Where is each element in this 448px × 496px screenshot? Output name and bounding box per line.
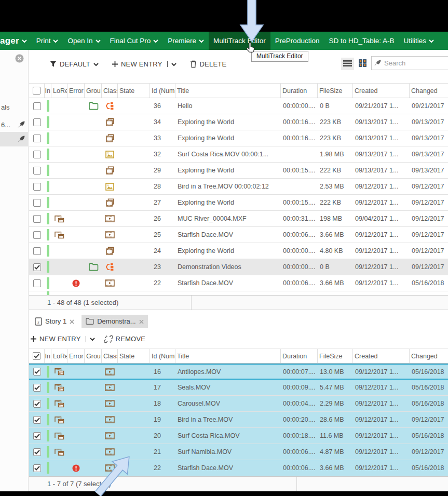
table-row[interactable]: 29Exploring the World00:00:15....222 KB0… <box>29 163 448 179</box>
list-view-button[interactable] <box>341 58 354 70</box>
in-cell <box>45 179 51 194</box>
row-checkbox[interactable] <box>33 263 41 271</box>
changed-cell: 09/12/2017 <box>410 179 448 194</box>
table-row[interactable]: 32Surf Costa Rica.MOV 00:00:1...1.98 MB0… <box>29 146 448 163</box>
column-header: Class <box>102 349 118 363</box>
column-header: In <box>45 349 51 363</box>
table-row[interactable]: 20Surf Costa Rica.MOV00:00:18....11.6 MB… <box>29 428 448 444</box>
row-checkbox[interactable] <box>33 384 41 392</box>
menu-item-preproduction[interactable]: PreProduction <box>270 32 324 50</box>
remove-button[interactable]: REMOVE <box>104 335 146 343</box>
error-cell <box>67 259 85 275</box>
edl-icon <box>105 102 114 110</box>
changed-cell: 05/16/2018 <box>410 275 448 291</box>
row-checkbox[interactable] <box>33 167 41 175</box>
row-checkbox[interactable] <box>33 247 41 255</box>
row-checkbox[interactable] <box>33 199 41 207</box>
grid-view-button[interactable] <box>357 57 369 70</box>
table-row[interactable]: 34Exploring the World00:00:16....223 KB0… <box>29 114 448 130</box>
table-row[interactable]: 36Hello00:00:00....0 B09/21/2017 1...09/… <box>29 98 448 114</box>
class-cell <box>102 146 118 162</box>
menu-item-sd-to-hd-table-a-b[interactable]: SD to HD_Table: A-B <box>324 32 399 50</box>
title-cell: Bird in a Tree.MOV <box>175 412 281 427</box>
class-cell <box>102 275 118 291</box>
row-checkbox[interactable] <box>33 352 40 360</box>
menu-item-print[interactable]: Print <box>32 32 63 50</box>
duration-cell: 00:00:20.... <box>281 412 318 427</box>
row-checkbox[interactable] <box>33 87 40 95</box>
row-checkbox[interactable] <box>33 102 41 110</box>
row-checkbox[interactable] <box>33 183 41 191</box>
menu-item-premiere[interactable]: Premiere <box>163 32 209 50</box>
table-row[interactable]: 27Exploring the World00:00:15....222 KB0… <box>29 195 448 211</box>
tab-story-1[interactable]: sStory 1 <box>31 315 78 328</box>
sidebar-close-icon[interactable] <box>15 54 24 63</box>
title-cell: Carousel.MOV <box>175 396 281 411</box>
class-cell <box>102 259 118 275</box>
changed-cell: 09/13/2017 <box>410 130 448 146</box>
row-checkbox[interactable] <box>33 279 41 287</box>
row-checkbox[interactable] <box>33 400 41 408</box>
table-row[interactable]: 25Starfish Dace.MOV00:00:06....3.66 MB09… <box>29 227 448 243</box>
checkbox-cell <box>29 211 45 226</box>
menu-item-final-cut-pro[interactable]: Final Cut Pro <box>105 32 164 50</box>
lores-cell <box>51 114 67 130</box>
table-row[interactable]: 21Surf Namibia.MOV00:00:06....4.87 MB09/… <box>29 444 448 460</box>
tab-bar: sStory 1Demonstra... <box>29 313 448 329</box>
checkbox-cell <box>29 396 45 411</box>
column-header: Changed <box>410 349 448 363</box>
sidebar-item[interactable]: 6... <box>0 117 29 132</box>
duration-cell: 00:00:15.... <box>281 195 318 210</box>
upper-table-header: InLoReErrorGrouClassStateId (NumbTitleDu… <box>29 83 448 98</box>
row-checkbox[interactable] <box>33 448 41 456</box>
menu-item-open-in[interactable]: Open In <box>63 32 105 50</box>
filter-default-label: DEFAULT <box>60 60 90 68</box>
row-checkbox[interactable] <box>33 464 41 472</box>
row-checkbox[interactable] <box>33 416 41 424</box>
table-row[interactable]: 19Bird in a Tree.MOV00:00:20....28.6 MB0… <box>29 412 448 428</box>
filesize-cell: 223 KB <box>318 114 353 130</box>
sidebar-item[interactable]: als <box>0 100 29 114</box>
in-cell <box>45 98 51 114</box>
lores-cell <box>51 460 67 476</box>
row-checkbox[interactable] <box>33 135 41 142</box>
delete-button[interactable]: DELETE <box>190 60 227 68</box>
sidebar-item[interactable] <box>0 132 29 146</box>
tab-demonstra-[interactable]: Demonstra... <box>82 315 147 328</box>
table-row[interactable]: 24Exploring the World00:00:00....4.80 KB… <box>29 243 448 259</box>
checkbox-cell <box>29 291 45 295</box>
table-row[interactable]: 17Seals.MOV00:00:09....5.47 MB09/12/2017… <box>29 380 448 396</box>
table-row[interactable]: 22Starfish Dace.MOV00:00:06....3.66 MB09… <box>29 460 448 476</box>
new-entry-button-lower[interactable]: NEW ENTRY <box>31 335 95 343</box>
menu-item-ager[interactable]: ager <box>0 32 32 50</box>
new-entry-button[interactable]: NEW ENTRY <box>112 60 177 68</box>
filesize-cell: 3.66 MB <box>318 460 353 476</box>
row-checkbox[interactable] <box>33 231 41 239</box>
class-cell <box>102 380 118 395</box>
search-input[interactable] <box>384 59 441 67</box>
filter-default-button[interactable]: DEFAULT <box>50 60 99 68</box>
column-header: Grou <box>85 84 102 98</box>
table-row[interactable]: 28Bird in a Tree.MOV 00:00:02:122.53 MB0… <box>29 179 448 195</box>
row-checkbox[interactable] <box>33 151 41 158</box>
table-row[interactable]: 26MUC River_00004.MXF00:00:31....198 MB0… <box>29 211 448 227</box>
in-marker <box>47 430 49 441</box>
id-cell: 33 <box>150 130 175 146</box>
table-row[interactable]: 18Carousel.MOV00:00:04....2.29 MB09/12/2… <box>29 396 448 412</box>
chevron-down-icon <box>22 39 27 43</box>
tab-close-icon[interactable] <box>70 319 74 324</box>
menu-item-utilities[interactable]: Utilities <box>399 32 439 50</box>
changed-cell: 09/13/2017 <box>410 163 448 178</box>
checkbox-cell <box>29 380 45 395</box>
row-checkbox[interactable] <box>33 215 41 223</box>
row-checkbox[interactable] <box>33 118 41 126</box>
lores-cell <box>51 365 67 379</box>
table-row[interactable]: 33Exploring the World00:00:16....223 KB0… <box>29 130 448 146</box>
tab-close-icon[interactable] <box>139 319 144 324</box>
row-checkbox[interactable] <box>33 368 41 376</box>
table-row[interactable]: 16Antilopes.MOV00:00:07....13.0 MB09/12/… <box>29 364 448 380</box>
table-row[interactable]: 22Starfish Dace.MOV00:00:06....3.66 MB09… <box>29 275 448 291</box>
row-checkbox[interactable] <box>33 432 41 440</box>
error-cell <box>67 412 85 427</box>
table-row[interactable]: 23Demonstration Videos00:00:00....0 B09/… <box>29 259 448 275</box>
